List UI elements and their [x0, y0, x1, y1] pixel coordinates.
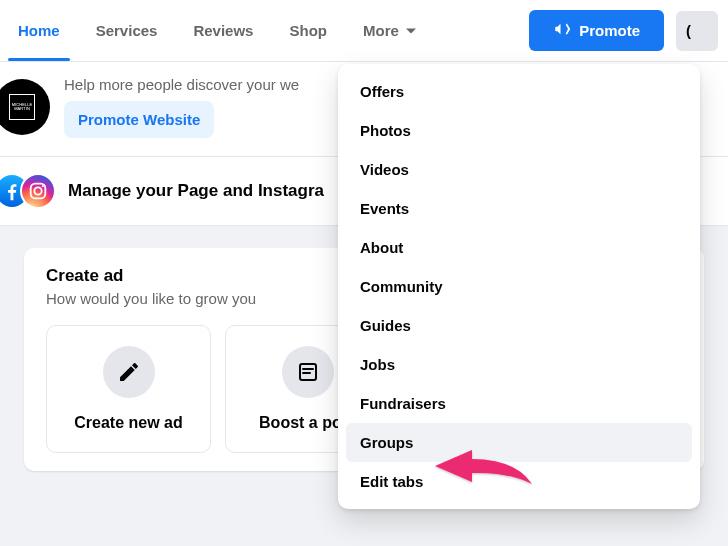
overflow-button[interactable]: (: [676, 11, 718, 51]
tab-reviews[interactable]: Reviews: [175, 0, 271, 61]
more-dropdown: Offers Photos Videos Events About Commun…: [338, 64, 700, 509]
promote-website-button[interactable]: Promote Website: [64, 101, 214, 138]
nav-tabs: Home Services Reviews Shop More: [0, 0, 435, 61]
manage-text: Manage your Page and Instagra: [68, 181, 324, 201]
tab-more[interactable]: More: [345, 0, 435, 61]
promote-help-text: Help more people discover your we: [64, 76, 299, 93]
tab-label: Home: [18, 22, 60, 39]
megaphone-icon: [553, 20, 571, 41]
tab-label: More: [363, 22, 399, 39]
svg-point-1: [34, 187, 41, 194]
option-create-new-ad[interactable]: Create new ad: [46, 325, 211, 453]
dropdown-item-jobs[interactable]: Jobs: [346, 345, 692, 384]
tab-shop[interactable]: Shop: [271, 0, 345, 61]
dropdown-item-edit-tabs[interactable]: Edit tabs: [346, 462, 692, 501]
option-label: Create new ad: [74, 414, 182, 432]
tab-home[interactable]: Home: [0, 0, 78, 61]
dropdown-item-events[interactable]: Events: [346, 189, 692, 228]
instagram-icon: [20, 173, 56, 209]
edit-icon: [103, 346, 155, 398]
svg-point-2: [42, 185, 44, 187]
dropdown-item-videos[interactable]: Videos: [346, 150, 692, 189]
dropdown-item-groups[interactable]: Groups: [346, 423, 692, 462]
promote-button-label: Promote: [579, 22, 640, 39]
tab-label: Reviews: [193, 22, 253, 39]
dropdown-item-about[interactable]: About: [346, 228, 692, 267]
page-avatar: MICHELLE MARTIN: [0, 79, 50, 135]
dropdown-item-guides[interactable]: Guides: [346, 306, 692, 345]
post-icon: [282, 346, 334, 398]
tab-label: Shop: [289, 22, 327, 39]
dropdown-item-photos[interactable]: Photos: [346, 111, 692, 150]
top-nav: Home Services Reviews Shop More Promote …: [0, 0, 728, 62]
platform-icons: [0, 173, 56, 209]
dropdown-item-offers[interactable]: Offers: [346, 72, 692, 111]
avatar-text: MICHELLE MARTIN: [10, 103, 34, 111]
promote-button[interactable]: Promote: [529, 10, 664, 51]
dropdown-item-community[interactable]: Community: [346, 267, 692, 306]
tab-services[interactable]: Services: [78, 0, 176, 61]
tab-label: Services: [96, 22, 158, 39]
dropdown-item-fundraisers[interactable]: Fundraisers: [346, 384, 692, 423]
chevron-down-icon: [405, 25, 417, 37]
